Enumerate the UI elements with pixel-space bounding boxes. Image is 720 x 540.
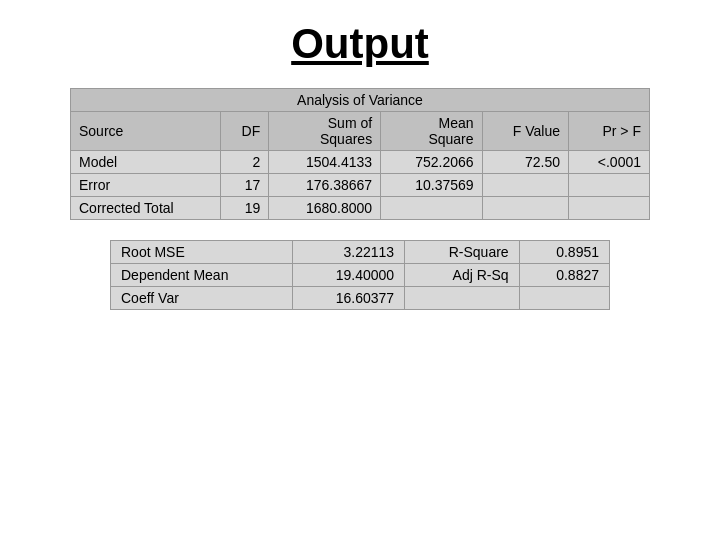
col-source: Source (71, 112, 221, 151)
row-model-pr: <.0001 (568, 151, 649, 174)
col-sum-of-squares: Sum ofSquares (269, 112, 381, 151)
summary-dep-mean-value: 19.40000 (292, 264, 404, 287)
row-error-df: 17 (221, 174, 269, 197)
row-error-source: Error (71, 174, 221, 197)
summary-adj-rsq-label: Adj R-Sq (405, 264, 520, 287)
summary-rsquare-value: 0.8951 (519, 241, 609, 264)
row-model-source: Model (71, 151, 221, 174)
col-df: DF (221, 112, 269, 151)
col-mean-square: MeanSquare (381, 112, 482, 151)
anova-title: Analysis of Variance (71, 89, 650, 112)
row-error-fv (482, 174, 568, 197)
col-f-value: F Value (482, 112, 568, 151)
anova-table: Analysis of Variance Source DF Sum ofSqu… (70, 88, 650, 220)
row-total-df: 19 (221, 197, 269, 220)
table-row: Error 17 176.38667 10.37569 (71, 174, 650, 197)
summary-root-mse-label: Root MSE (111, 241, 293, 264)
row-error-ss: 176.38667 (269, 174, 381, 197)
row-total-fv (482, 197, 568, 220)
row-model-ss: 1504.4133 (269, 151, 381, 174)
summary-rsquare-label: R-Square (405, 241, 520, 264)
summary-root-mse-value: 3.22113 (292, 241, 404, 264)
row-total-source: Corrected Total (71, 197, 221, 220)
row-model-fv: 72.50 (482, 151, 568, 174)
col-pr-gt-f: Pr > F (568, 112, 649, 151)
summary-table: Root MSE 3.22113 R-Square 0.8951 Depende… (110, 240, 610, 310)
summary-row: Coeff Var 16.60377 (111, 287, 610, 310)
page-title: Output (291, 20, 429, 68)
row-error-pr (568, 174, 649, 197)
summary-dep-mean-label: Dependent Mean (111, 264, 293, 287)
row-total-ms (381, 197, 482, 220)
row-model-df: 2 (221, 151, 269, 174)
row-error-ms: 10.37569 (381, 174, 482, 197)
summary-row: Root MSE 3.22113 R-Square 0.8951 (111, 241, 610, 264)
row-model-ms: 752.2066 (381, 151, 482, 174)
row-total-ss: 1680.8000 (269, 197, 381, 220)
summary-coeff-var-value: 16.60377 (292, 287, 404, 310)
summary-coeff-var-label: Coeff Var (111, 287, 293, 310)
row-total-pr (568, 197, 649, 220)
table-row: Model 2 1504.4133 752.2066 72.50 <.0001 (71, 151, 650, 174)
summary-row: Dependent Mean 19.40000 Adj R-Sq 0.8827 (111, 264, 610, 287)
table-row: Corrected Total 19 1680.8000 (71, 197, 650, 220)
summary-adj-rsq-value: 0.8827 (519, 264, 609, 287)
summary-empty-key (405, 287, 520, 310)
summary-empty-value (519, 287, 609, 310)
